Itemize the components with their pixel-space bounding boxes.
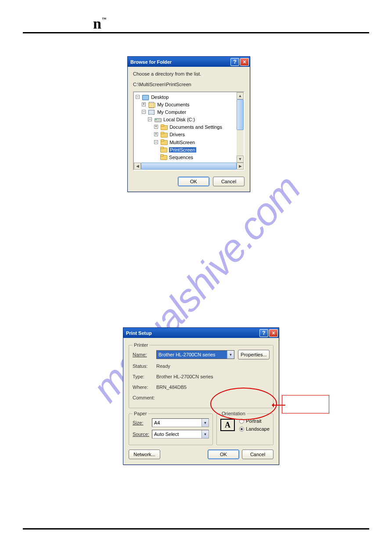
group-legend: Orientation bbox=[220, 411, 247, 416]
tree-node-drivers[interactable]: + Drivers bbox=[154, 131, 236, 138]
paper-group: Paper Size: A4 ▼ Source: Auto Select ▼ bbox=[129, 414, 213, 445]
landscape-radio[interactable]: Landscape bbox=[239, 426, 270, 432]
callout-box bbox=[282, 395, 329, 414]
ok-button[interactable]: OK bbox=[178, 177, 209, 186]
scroll-up-icon[interactable]: ▲ bbox=[237, 92, 244, 99]
collapse-icon[interactable]: − bbox=[148, 117, 152, 121]
orientation-group: Orientation A Portrait Landscape bbox=[216, 414, 273, 445]
tree-node-multiscreen[interactable]: − MultiScreen PrintScreen bbox=[154, 138, 236, 161]
tree-node-sequences[interactable]: Sequences bbox=[160, 153, 236, 161]
portrait-radio[interactable]: Portrait bbox=[239, 418, 270, 424]
status-label: Status: bbox=[133, 363, 156, 369]
instruction-text: Choose a directory from the list. bbox=[133, 71, 245, 76]
cancel-button[interactable]: Cancel bbox=[213, 177, 245, 186]
dialog-title: Print Setup bbox=[126, 330, 259, 336]
titlebar[interactable]: Print Setup ? × bbox=[123, 328, 279, 338]
group-legend: Paper bbox=[133, 411, 148, 416]
orientation-preview-icon: A bbox=[220, 419, 235, 431]
type-label: Type: bbox=[133, 374, 156, 379]
where-label: Where: bbox=[133, 385, 156, 390]
dialog-title: Browse for Folder bbox=[130, 59, 230, 65]
network-button[interactable]: Network... bbox=[129, 450, 160, 459]
expand-icon[interactable]: + bbox=[154, 125, 158, 129]
type-value: Brother HL-2700CN series bbox=[156, 374, 213, 379]
paper-source-combo[interactable]: Auto Select ▼ bbox=[152, 430, 209, 439]
dropdown-icon[interactable]: ▼ bbox=[227, 351, 234, 359]
folder-icon bbox=[161, 132, 167, 138]
radio-icon bbox=[239, 419, 244, 424]
name-label: Name: bbox=[133, 352, 156, 357]
folder-icon bbox=[148, 102, 155, 108]
printer-name-combo[interactable]: Brother HL-2700CN series ▼ bbox=[156, 350, 234, 359]
scroll-down-icon[interactable]: ▼ bbox=[237, 156, 244, 163]
printer-group: Printer Name: Brother HL-2700CN series ▼… bbox=[129, 345, 273, 408]
collapse-icon[interactable]: − bbox=[136, 95, 140, 99]
help-icon[interactable]: ? bbox=[230, 58, 239, 66]
page-logo: n™ bbox=[93, 15, 106, 32]
scroll-left-icon[interactable]: ◀ bbox=[134, 163, 141, 170]
where-value: BRN_484DB5 bbox=[156, 385, 187, 390]
status-value: Ready bbox=[156, 363, 170, 369]
horizontal-scrollbar[interactable]: ◀ ▶ bbox=[134, 163, 244, 170]
source-label: Source: bbox=[133, 432, 152, 437]
tree-node-drive-c[interactable]: − Local Disk (C:) + Document bbox=[148, 116, 236, 161]
ok-button[interactable]: OK bbox=[208, 450, 239, 459]
footer-rule bbox=[23, 528, 369, 530]
close-icon[interactable]: × bbox=[240, 58, 249, 66]
properties-button[interactable]: Properties... bbox=[238, 350, 270, 359]
tree-node-printscreen[interactable]: PrintScreen bbox=[160, 146, 236, 153]
folder-icon bbox=[160, 147, 167, 152]
paper-size-combo[interactable]: A4 ▼ bbox=[152, 418, 209, 427]
comment-label: Comment: bbox=[133, 395, 156, 400]
folder-icon bbox=[161, 124, 167, 130]
print-setup-dialog: Print Setup ? × Printer Name: Brother HL… bbox=[123, 327, 279, 465]
folder-icon bbox=[160, 154, 167, 160]
scroll-thumb[interactable] bbox=[237, 99, 244, 130]
help-icon[interactable]: ? bbox=[259, 329, 268, 337]
vertical-scrollbar[interactable]: ▲ ▼ bbox=[237, 92, 244, 163]
collapse-icon[interactable]: − bbox=[142, 110, 146, 114]
folder-tree[interactable]: − Desktop + My Documents − bbox=[133, 91, 245, 170]
collapse-icon[interactable]: − bbox=[154, 140, 158, 144]
group-legend: Printer bbox=[133, 342, 149, 348]
tree-node-desktop[interactable]: − Desktop + My Documents − bbox=[136, 93, 236, 168]
tree-node-mydocs[interactable]: + My Documents bbox=[142, 101, 236, 108]
radio-icon bbox=[239, 427, 244, 432]
scroll-right-icon[interactable]: ▶ bbox=[237, 163, 244, 170]
dropdown-icon[interactable]: ▼ bbox=[201, 419, 209, 427]
trademark-symbol: ™ bbox=[102, 17, 106, 22]
folder-icon bbox=[161, 139, 167, 145]
selected-path: C:\MultiScreen\PrintScreen bbox=[133, 82, 245, 87]
desktop-icon bbox=[142, 94, 149, 100]
expand-icon[interactable]: + bbox=[142, 102, 146, 106]
browse-folder-dialog: Browse for Folder ? × Choose a directory… bbox=[127, 56, 250, 192]
scroll-thumb[interactable] bbox=[141, 163, 237, 170]
drive-icon bbox=[155, 117, 161, 123]
tree-node-mycomputer[interactable]: − My Computer − Local Disk (C:) bbox=[142, 108, 236, 161]
header-rule bbox=[23, 32, 369, 33]
expand-icon[interactable]: + bbox=[154, 132, 158, 136]
dropdown-icon[interactable]: ▼ bbox=[201, 430, 209, 438]
titlebar[interactable]: Browse for Folder ? × bbox=[128, 57, 250, 67]
tree-node-docsettings[interactable]: + Documents and Settings bbox=[154, 123, 236, 131]
size-label: Size: bbox=[133, 420, 152, 425]
computer-icon bbox=[148, 109, 155, 115]
close-icon[interactable]: × bbox=[269, 329, 278, 337]
cancel-button[interactable]: Cancel bbox=[242, 450, 273, 459]
